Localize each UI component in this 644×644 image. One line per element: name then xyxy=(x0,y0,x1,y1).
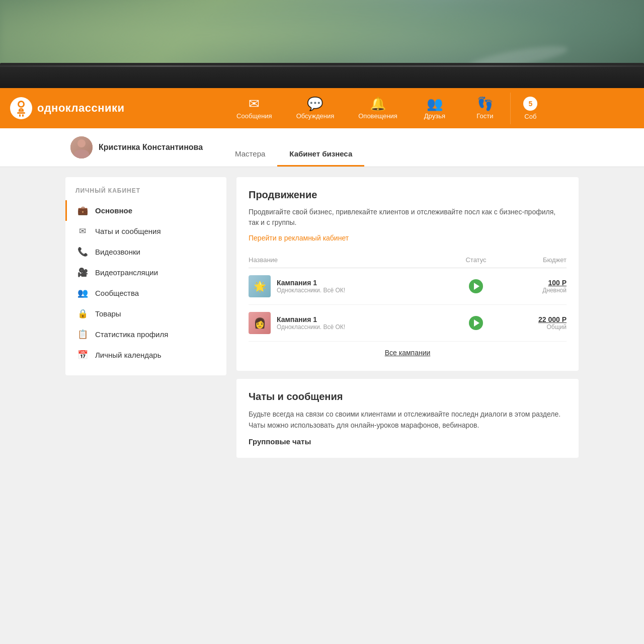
nav-label-messages: Сообщения xyxy=(236,112,272,120)
sidebar-label-broadcasts: Видеотрансляции xyxy=(95,268,158,277)
table-row: 👩 Кампания 1 Одноклассники. Всё ОК! 22 0… xyxy=(249,305,567,342)
laptop-bezel xyxy=(0,63,644,88)
main-content: ЛИЧНЫЙ КАБИНЕТ 💼 Основное ✉ Чаты и сообщ… xyxy=(0,167,644,644)
sidebar-label-calendar: Личный календарь xyxy=(95,351,162,359)
promotion-title: Продвижение xyxy=(249,189,567,201)
videocalls-icon: 📞 xyxy=(77,247,88,257)
nav-label-guests: Гости xyxy=(476,112,493,120)
communities-icon: 👥 xyxy=(77,288,88,298)
stats-icon: 📋 xyxy=(77,329,88,340)
guests-icon: 👣 xyxy=(477,97,493,110)
nav-item-sob[interactable]: 5 Соб xyxy=(510,93,550,124)
campaign-sub-2: Одноклассники. Всё ОК! xyxy=(277,324,451,331)
profile-tabs: Мастера Кабинет бизнеса xyxy=(223,143,364,167)
sidebar-item-calendar[interactable]: 📅 Личный календарь xyxy=(65,345,226,365)
logo-area[interactable]: одноклассники xyxy=(10,97,141,119)
friends-icon: 👥 xyxy=(427,97,443,110)
nav-label-discussions: Обсуждения xyxy=(296,112,335,120)
promotion-card: Продвижение Продвигайте свой бизнес, при… xyxy=(236,177,579,371)
sidebar-section-title: ЛИЧНЫЙ КАБИНЕТ xyxy=(65,187,226,200)
profile-avatar-area[interactable]: Кристинка Константинова xyxy=(70,136,203,167)
sidebar-label-communities: Сообщества xyxy=(95,289,139,297)
play-icon-2 xyxy=(474,319,479,327)
profile-name: Кристинка Константинова xyxy=(99,143,203,152)
promotion-link[interactable]: Перейти в рекламный кабинет xyxy=(249,234,567,242)
goods-icon: 🔒 xyxy=(77,308,88,319)
tab-mastera[interactable]: Мастера xyxy=(223,143,277,167)
avatar xyxy=(70,136,93,158)
sidebar-item-broadcasts[interactable]: 🎥 Видеотрансляции xyxy=(65,262,226,283)
nav-items: ✉ Сообщения 💬 Обсуждения 🔔 Оповещения 👥 … xyxy=(141,93,634,124)
budget-amount-2: 22 000 Р xyxy=(501,315,567,324)
campaign-thumb-1: 🌟 xyxy=(249,275,271,297)
chats-desc: Будьте всегда на связи со своими клиента… xyxy=(249,409,567,431)
ok-logo-icon[interactable] xyxy=(10,97,32,119)
sidebar-item-goods[interactable]: 🔒 Товары xyxy=(65,303,226,324)
play-button-1[interactable] xyxy=(469,279,483,293)
sidebar-label-chats: Чаты и сообщения xyxy=(95,227,161,235)
sidebar-label-goods: Товары xyxy=(95,309,121,318)
chats-title: Чаты и сообщения xyxy=(249,391,567,403)
campaign-budget-1: 100 Р Дневной xyxy=(501,279,567,294)
sidebar-item-communities[interactable]: 👥 Сообщества xyxy=(65,283,226,303)
discussions-icon: 💬 xyxy=(307,97,323,110)
campaign-info-1: Кампания 1 Одноклассники. Всё ОК! xyxy=(277,279,451,294)
sidebar-item-videocalls[interactable]: 📞 Видеозвонки xyxy=(65,242,226,262)
nav-item-discussions[interactable]: 💬 Обсуждения xyxy=(284,93,347,124)
campaign-info-2: Кампания 1 Одноклассники. Всё ОК! xyxy=(277,315,451,331)
nav-label-notifications: Оповещения xyxy=(358,112,397,120)
content-layout: ЛИЧНЫЙ КАБИНЕТ 💼 Основное ✉ Чаты и сообщ… xyxy=(0,167,644,644)
sidebar-item-chats[interactable]: ✉ Чаты и сообщения xyxy=(65,221,226,242)
sidebar-label-stats: Статистика профиля xyxy=(95,330,168,339)
sidebar-item-stats[interactable]: 📋 Статистика профиля xyxy=(65,324,226,345)
tab-business[interactable]: Кабинет бизнеса xyxy=(277,143,364,167)
nav-item-guests[interactable]: 👣 Гости xyxy=(460,93,510,124)
nav-label-sob: Соб xyxy=(524,113,536,120)
campaign-name-1: Кампания 1 xyxy=(277,279,451,287)
sidebar-item-osnovnoe[interactable]: 💼 Основное xyxy=(65,200,226,221)
sidebar-label-videocalls: Видеозвонки xyxy=(95,248,140,256)
nav-label-friends: Друзья xyxy=(424,112,445,120)
campaign-status-2 xyxy=(451,316,501,330)
sob-badge: 5 xyxy=(523,97,537,111)
all-campaigns-link[interactable]: Все кампании xyxy=(249,342,567,359)
campaign-status-1 xyxy=(451,279,501,293)
top-photo xyxy=(0,0,644,88)
budget-type-2: Общий xyxy=(501,324,567,331)
play-button-2[interactable] xyxy=(469,316,483,330)
play-icon-1 xyxy=(474,283,479,290)
campaign-sub-1: Одноклассники. Всё ОК! xyxy=(277,287,451,294)
promotion-desc: Продвигайте свой бизнес, привлекайте кли… xyxy=(249,207,567,228)
chats-sidebar-icon: ✉ xyxy=(77,226,88,236)
profile-header: Кристинка Константинова Мастера Кабинет … xyxy=(0,128,644,167)
chats-subtitle: Групповые чаты xyxy=(249,437,567,446)
site-name: одноклассники xyxy=(37,102,125,115)
sidebar: ЛИЧНЫЙ КАБИНЕТ 💼 Основное ✉ Чаты и сообщ… xyxy=(65,177,226,375)
broadcasts-icon: 🎥 xyxy=(77,267,88,278)
osnovnoe-icon: 💼 xyxy=(77,205,88,216)
nav-item-friends[interactable]: 👥 Друзья xyxy=(410,93,460,124)
navbar: одноклассники ✉ Сообщения 💬 Обсуждения 🔔… xyxy=(0,88,644,128)
col-budget-header: Бюджет xyxy=(501,256,567,264)
col-name-header: Название xyxy=(249,256,451,264)
notifications-icon: 🔔 xyxy=(370,97,386,110)
table-row: 🌟 Кампания 1 Одноклассники. Всё ОК! 100 … xyxy=(249,268,567,305)
nav-item-messages[interactable]: ✉ Сообщения xyxy=(224,93,284,124)
calendar-icon: 📅 xyxy=(77,350,88,360)
campaign-thumb-2: 👩 xyxy=(249,312,271,334)
chats-card: Чаты и сообщения Будьте всегда на связи … xyxy=(236,379,579,458)
nav-item-notifications[interactable]: 🔔 Оповещения xyxy=(346,93,410,124)
budget-amount-1: 100 Р xyxy=(501,279,567,287)
sidebar-label-osnovnoe: Основное xyxy=(95,206,132,215)
col-status-header: Статус xyxy=(451,256,501,264)
table-header: Название Статус Бюджет xyxy=(249,252,567,268)
main-panel: Продвижение Продвигайте свой бизнес, при… xyxy=(236,177,579,644)
campaign-budget-2: 22 000 Р Общий xyxy=(501,315,567,331)
budget-type-1: Дневной xyxy=(501,287,567,294)
campaign-name-2: Кампания 1 xyxy=(277,315,451,324)
messages-icon: ✉ xyxy=(249,97,260,110)
